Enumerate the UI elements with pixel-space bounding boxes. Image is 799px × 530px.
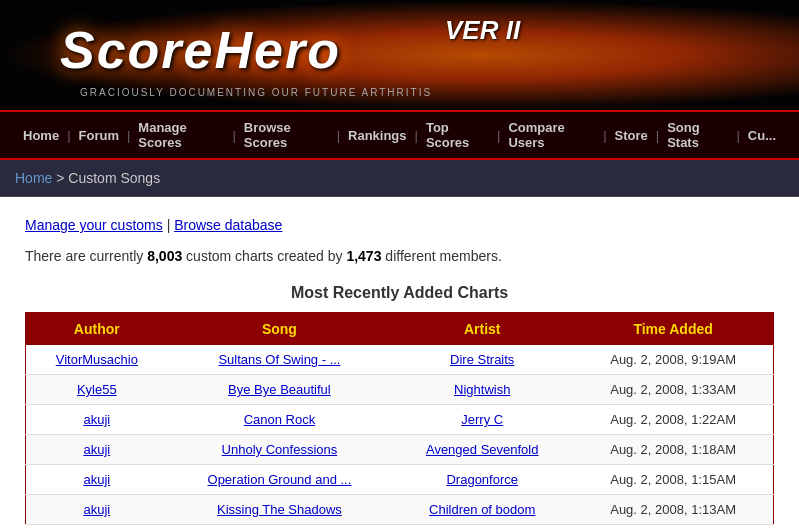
table-header-row: Author Song Artist Time Added — [26, 313, 774, 346]
author-link[interactable]: akuji — [83, 442, 110, 457]
cell-time: Aug. 2, 2008, 1:33AM — [573, 375, 773, 405]
table-title: Most Recently Added Charts — [25, 284, 774, 302]
artist-link[interactable]: Children of bodom — [429, 502, 535, 517]
stats-prefix: There are currently — [25, 248, 147, 264]
table-row: akuji Canon Rock Jerry C Aug. 2, 2008, 1… — [26, 405, 774, 435]
artist-link[interactable]: Nightwish — [454, 382, 510, 397]
breadcrumb-separator: > — [56, 170, 64, 186]
cell-time: Aug. 2, 2008, 1:15AM — [573, 465, 773, 495]
nav-home[interactable]: Home — [15, 128, 67, 143]
cell-artist: Jerry C — [391, 405, 573, 435]
author-link[interactable]: akuji — [83, 472, 110, 487]
cell-time: Aug. 2, 2008, 1:13AM — [573, 495, 773, 525]
charts-table: Author Song Artist Time Added VitorMusac… — [25, 312, 774, 525]
cell-artist: Dragonforce — [391, 465, 573, 495]
cell-time: Aug. 2, 2008, 1:18AM — [573, 435, 773, 465]
author-link[interactable]: akuji — [83, 502, 110, 517]
stats-line: There are currently 8,003 custom charts … — [25, 248, 774, 264]
breadcrumb-bar: Home > Custom Songs — [0, 160, 799, 197]
stats-middle: custom charts created by — [186, 248, 346, 264]
col-time: Time Added — [573, 313, 773, 346]
chart-count: 8,003 — [147, 248, 182, 264]
nav-store[interactable]: Store — [607, 128, 656, 143]
stats-suffix: different members. — [385, 248, 501, 264]
nav-song-stats[interactable]: Song Stats — [659, 120, 736, 150]
nav-browse-scores[interactable]: Browse Scores — [236, 120, 337, 150]
cell-artist: Avenged Sevenfold — [391, 435, 573, 465]
nav-custom[interactable]: Cu... — [740, 128, 784, 143]
song-link[interactable]: Bye Bye Beautiful — [228, 382, 331, 397]
site-logo: ScoreHero — [60, 20, 341, 80]
site-tagline: Graciously Documenting Our Future Arthri… — [80, 87, 432, 98]
song-link[interactable]: Kissing The Shadows — [217, 502, 342, 517]
cell-author: akuji — [26, 405, 168, 435]
cell-author: Kyle55 — [26, 375, 168, 405]
author-link[interactable]: Kyle55 — [77, 382, 117, 397]
cell-song: Canon Rock — [168, 405, 392, 435]
song-link[interactable]: Unholy Confessions — [222, 442, 338, 457]
song-link[interactable]: Sultans Of Swing - ... — [218, 352, 340, 367]
col-song: Song — [168, 313, 392, 346]
cell-time: Aug. 2, 2008, 1:22AM — [573, 405, 773, 435]
cell-song: Sultans Of Swing - ... — [168, 345, 392, 375]
col-artist: Artist — [391, 313, 573, 346]
col-author: Author — [26, 313, 168, 346]
cell-author: VitorMusachio — [26, 345, 168, 375]
artist-link[interactable]: Jerry C — [461, 412, 503, 427]
author-link[interactable]: VitorMusachio — [56, 352, 138, 367]
browse-database-link[interactable]: Browse database — [174, 217, 282, 233]
nav-forum[interactable]: Forum — [71, 128, 127, 143]
cell-artist: Dire Straits — [391, 345, 573, 375]
breadcrumb-current: Custom Songs — [68, 170, 160, 186]
actions-line: Manage your customs | Browse database — [25, 217, 774, 233]
manage-customs-link[interactable]: Manage your customs — [25, 217, 163, 233]
member-count: 1,473 — [346, 248, 381, 264]
cell-song: Operation Ground and ... — [168, 465, 392, 495]
site-header: ScoreHero VER II Graciously Documenting … — [0, 0, 799, 110]
nav-top-scores[interactable]: Top Scores — [418, 120, 497, 150]
author-link[interactable]: akuji — [83, 412, 110, 427]
table-row: akuji Unholy Confessions Avenged Sevenfo… — [26, 435, 774, 465]
main-nav: Home | Forum | Manage Scores | Browse Sc… — [0, 110, 799, 160]
artist-link[interactable]: Dragonforce — [446, 472, 518, 487]
nav-manage-scores[interactable]: Manage Scores — [130, 120, 232, 150]
table-row: Kyle55 Bye Bye Beautiful Nightwish Aug. … — [26, 375, 774, 405]
cell-song: Bye Bye Beautiful — [168, 375, 392, 405]
cell-song: Kissing The Shadows — [168, 495, 392, 525]
cell-time: Aug. 2, 2008, 9:19AM — [573, 345, 773, 375]
table-row: akuji Kissing The Shadows Children of bo… — [26, 495, 774, 525]
song-link[interactable]: Canon Rock — [244, 412, 316, 427]
main-content: Manage your customs | Browse database Th… — [0, 197, 799, 530]
cell-artist: Children of bodom — [391, 495, 573, 525]
artist-link[interactable]: Dire Straits — [450, 352, 514, 367]
version-badge: VER II — [445, 15, 520, 46]
table-row: VitorMusachio Sultans Of Swing - ... Dir… — [26, 345, 774, 375]
nav-rankings[interactable]: Rankings — [340, 128, 415, 143]
artist-link[interactable]: Avenged Sevenfold — [426, 442, 539, 457]
table-body: VitorMusachio Sultans Of Swing - ... Dir… — [26, 345, 774, 525]
breadcrumb-home[interactable]: Home — [15, 170, 52, 186]
cell-artist: Nightwish — [391, 375, 573, 405]
nav-compare-users[interactable]: Compare Users — [500, 120, 603, 150]
cell-author: akuji — [26, 495, 168, 525]
table-section: Most Recently Added Charts Author Song A… — [25, 284, 774, 525]
cell-song: Unholy Confessions — [168, 435, 392, 465]
song-link[interactable]: Operation Ground and ... — [208, 472, 352, 487]
breadcrumb: Home > Custom Songs — [15, 170, 784, 186]
cell-author: akuji — [26, 435, 168, 465]
cell-author: akuji — [26, 465, 168, 495]
table-row: akuji Operation Ground and ... Dragonfor… — [26, 465, 774, 495]
